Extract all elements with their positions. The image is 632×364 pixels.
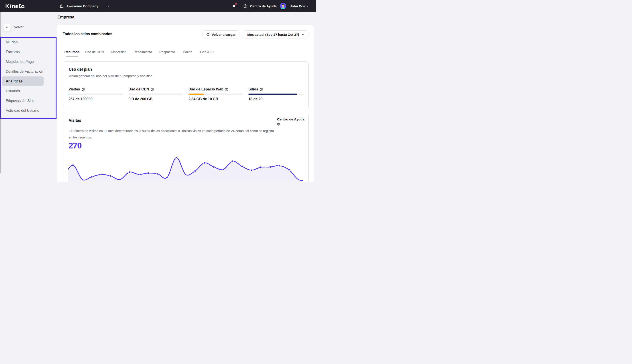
tab-rendimiento[interactable]: Rendimiento	[133, 50, 152, 56]
meter-value: 18 de 20	[248, 97, 303, 101]
question-circle-icon[interactable]	[82, 88, 85, 91]
chevron-down-icon	[301, 33, 304, 36]
plan-usage-title: Uso del plan	[69, 67, 303, 72]
question-circle-icon[interactable]	[151, 88, 154, 91]
tab-bar: RecursosUso de CDNDispersiónRendimientoR…	[57, 50, 314, 57]
visits-description: El número de visitas en un mes determina…	[69, 128, 275, 140]
usage-meters: Visitas257 de 100000Uso de CDN0 B de 200…	[69, 87, 303, 101]
user-menu-chevron-icon[interactable]	[306, 5, 309, 8]
refresh-icon	[206, 33, 210, 36]
meter-label: Uso de Espacio Web	[188, 87, 224, 91]
overview-card: Todos los sitios combinados Volver a car…	[57, 25, 314, 182]
company-name: Awesome Company	[66, 4, 98, 8]
meter-label: Visitas	[69, 87, 80, 91]
main-content: Empresa Todos los sitios combinados Volv…	[57, 12, 316, 182]
sidebar-item-mi-plan[interactable]: Mi Plan	[2, 37, 44, 47]
top-bar: Awesome Company Centro de Ayuda	[0, 0, 316, 12]
meter-value: 257 de 100000	[69, 97, 123, 101]
period-select[interactable]: Mes actual (Sep 27 hasta Oct 27)	[243, 30, 308, 38]
window-left-edge	[0, 12, 1, 173]
meter-fill	[188, 94, 204, 95]
usage-meter-visitas: Visitas257 de 100000	[69, 87, 123, 101]
tab-cache[interactable]: Cache	[183, 50, 192, 56]
usage-meter-uso-de-espacio-web: Uso de Espacio Web2.84 GB de 10 GB	[188, 87, 243, 101]
plan-usage-card: Uso del plan Visión general del uso del …	[63, 61, 309, 108]
avatar[interactable]	[280, 3, 286, 9]
reload-button[interactable]: Volver a cargar	[202, 30, 240, 38]
meter-track	[69, 94, 123, 95]
sidebar: Volver Mi PlanFacturasMétodos de PagoDet…	[0, 12, 57, 182]
sidebar-item-facturas[interactable]: Facturas	[2, 47, 44, 57]
back-label[interactable]: Volver	[14, 25, 24, 29]
sidebar-item-etiquetas-del-sitio[interactable]: Etiquetas del Sitio	[2, 96, 44, 106]
tab-uso-de-cdn[interactable]: Uso de CDN	[85, 50, 104, 56]
meter-fill	[69, 94, 69, 95]
page-title: Empresa	[57, 15, 74, 20]
tab-geo-ip[interactable]: Geo & IP	[200, 50, 214, 56]
visits-title: Visitas	[69, 118, 303, 123]
meter-value: 2.84 GB de 10 GB	[188, 97, 243, 101]
visits-help-link[interactable]: Centro de Ayuda	[277, 117, 306, 126]
help-center-label[interactable]: Centro de Ayuda	[250, 0, 277, 12]
meter-label: Uso de CDN	[128, 87, 149, 91]
visits-help-label[interactable]: Centro de Ayuda	[277, 117, 306, 121]
usage-meter-sitios: Sitios18 de 20	[248, 87, 303, 101]
period-label: Mes actual (Sep 27 hasta Oct 27)	[247, 33, 299, 36]
usage-meter-uso-de-cdn: Uso de CDN0 B de 200 GB	[128, 87, 183, 101]
back-button[interactable]	[4, 24, 11, 31]
sidebar-item-detalles-de-facturaci-n[interactable]: Detalles de Facturación	[2, 67, 44, 76]
question-circle-icon	[244, 4, 247, 8]
visits-card: Visitas Centro de Ayuda El número de vis…	[63, 113, 309, 182]
kinsta-logo[interactable]	[6, 4, 27, 9]
visits-chart[interactable]	[68, 154, 303, 182]
chevron-down-icon	[107, 5, 110, 8]
arrow-left-icon	[6, 26, 9, 29]
tab-dispersi-n[interactable]: Dispersión	[111, 50, 126, 56]
notifications-button[interactable]	[232, 4, 236, 8]
tab-recursos[interactable]: Recursos	[65, 50, 80, 56]
sidebar-item-actividad-del-usuario[interactable]: Actividad del Usuario	[2, 106, 44, 116]
notification-badge	[235, 3, 237, 5]
visits-total: 270	[69, 141, 82, 150]
question-circle-icon	[277, 123, 280, 126]
tab-respuesta[interactable]: Respuesta	[159, 50, 175, 56]
meter-track	[128, 94, 183, 95]
plan-usage-subtitle: Visión general del uso del plan de tu em…	[69, 74, 303, 78]
reload-label: Volver a cargar	[212, 33, 236, 36]
meter-fill	[248, 94, 297, 95]
sidebar-item-usuarios[interactable]: Usuarios	[2, 86, 44, 96]
meter-label: Sitios	[248, 87, 258, 91]
question-circle-icon[interactable]	[225, 88, 228, 91]
question-circle-icon[interactable]	[260, 88, 263, 91]
user-name[interactable]: John Doe	[290, 0, 305, 12]
overview-title: Todos los sitios combinados	[63, 32, 112, 36]
bell-icon	[232, 4, 236, 8]
meter-track	[188, 94, 243, 95]
sidebar-item-anal-ticas[interactable]: Analíticas	[2, 76, 44, 86]
help-center-button[interactable]	[244, 4, 247, 9]
sidebar-item-m-todos-de-pago[interactable]: Métodos de Pago	[2, 57, 44, 67]
building-icon	[60, 4, 64, 8]
company-switcher[interactable]: Awesome Company	[60, 0, 113, 12]
meter-value: 0 B de 200 GB	[128, 97, 183, 101]
meter-track	[248, 94, 303, 95]
